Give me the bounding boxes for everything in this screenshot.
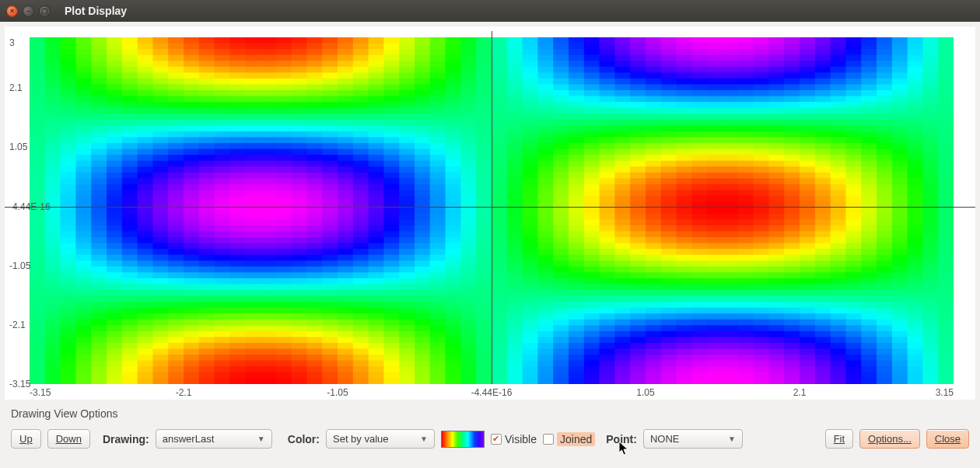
window-minimize-button[interactable]: – <box>23 5 34 17</box>
color-label: Color: <box>288 433 320 445</box>
x-axis-tick: 1.05 <box>636 387 654 398</box>
color-select-value: Set by value <box>333 433 418 445</box>
color-select[interactable]: Set by value ▼ <box>326 429 435 449</box>
y-axis-tick: 3 <box>9 37 15 48</box>
x-axis-tick: -2.1 <box>176 387 192 398</box>
options-toolbar: Up Down Drawing: answerLast ▼ Color: Set… <box>11 429 969 449</box>
x-axis-tick: -1.05 <box>327 387 348 398</box>
drawing-select-value: answerLast <box>163 433 256 445</box>
y-axis-tick: -3.15 <box>9 379 30 389</box>
drawing-select[interactable]: answerLast ▼ <box>156 429 272 449</box>
chevron-down-icon: ▼ <box>726 435 737 443</box>
y-axis-tick: -1.05 <box>9 260 30 271</box>
chevron-down-icon: ▼ <box>418 435 429 443</box>
point-select[interactable]: NONE ▼ <box>643 429 743 449</box>
options-button[interactable]: Options... <box>859 429 920 449</box>
checkbox-box: ✔ <box>491 434 502 445</box>
panel-title: Drawing View Options <box>11 407 969 420</box>
down-button[interactable]: Down <box>47 429 90 449</box>
joined-label: Joined <box>557 432 595 446</box>
close-button[interactable]: Close <box>926 429 969 449</box>
y-axis-tick: -2.1 <box>9 320 26 330</box>
x-axis-tick: 2.1 <box>793 387 807 398</box>
drawing-view-options-panel: Drawing View Options Up Down Drawing: an… <box>0 400 980 449</box>
point-select-value: NONE <box>650 433 726 445</box>
crosshair-horizontal <box>5 207 975 208</box>
checkbox-box <box>543 434 554 445</box>
x-axis-tick: 3.15 <box>936 387 954 398</box>
window-title-bar: × – ▢ Plot Display <box>0 0 980 22</box>
x-axis-tick: -4.44E-16 <box>471 387 513 398</box>
drawing-label: Drawing: <box>103 433 149 445</box>
y-axis-tick: 1.05 <box>9 141 27 152</box>
crosshair-vertical <box>492 31 492 384</box>
color-gradient-swatch[interactable] <box>441 431 485 448</box>
joined-checkbox[interactable]: Joined <box>543 432 595 446</box>
visible-label: Visible <box>505 433 537 445</box>
y-axis-tick: 2.1 <box>9 82 23 93</box>
x-axis-tick: -3.15 <box>30 387 51 398</box>
chevron-down-icon: ▼ <box>256 435 267 443</box>
plot-area[interactable]: 32.11.05-4.44E-16-1.05-2.1-3.15 -3.15-2.… <box>5 26 975 400</box>
window-maximize-button[interactable]: ▢ <box>39 5 51 17</box>
point-label: Point: <box>606 433 637 445</box>
up-button[interactable]: Up <box>11 429 41 449</box>
y-axis-tick: -4.44E-16 <box>9 201 51 212</box>
window-title: Plot Display <box>65 5 127 17</box>
visible-checkbox[interactable]: ✔ Visible <box>491 433 537 445</box>
fit-button[interactable]: Fit <box>825 429 853 449</box>
window-close-button[interactable]: × <box>6 5 18 17</box>
